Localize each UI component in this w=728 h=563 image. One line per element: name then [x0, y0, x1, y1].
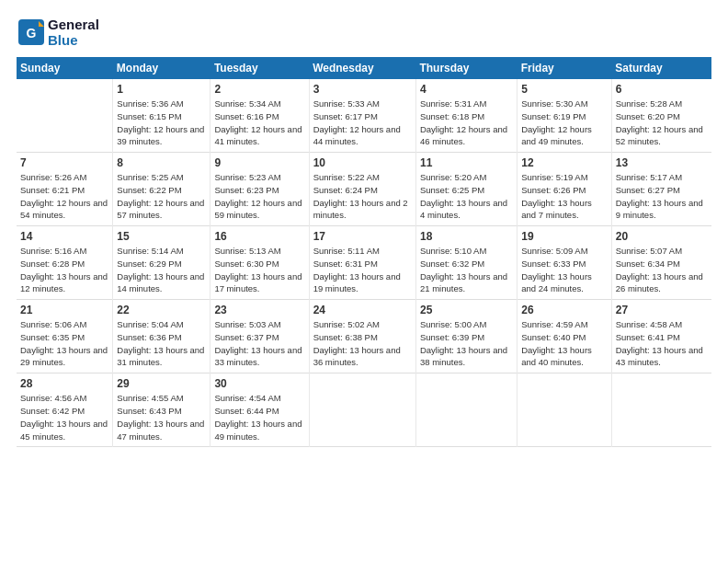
weekday-header: Thursday	[415, 57, 517, 79]
weekday-header: Tuesday	[210, 57, 309, 79]
weekday-header: Saturday	[611, 57, 711, 79]
day-number: 12	[521, 156, 607, 169]
day-cell: 10Sunrise: 5:22 AMSunset: 6:24 PMDayligh…	[309, 153, 415, 226]
day-cell: 6Sunrise: 5:28 AMSunset: 6:20 PMDaylight…	[611, 79, 711, 153]
day-cell: 17Sunrise: 5:11 AMSunset: 6:31 PMDayligh…	[309, 226, 415, 300]
day-number: 20	[616, 230, 708, 243]
day-number: 7	[20, 156, 108, 169]
day-number: 27	[616, 304, 708, 316]
day-info: Sunrise: 5:23 AMSunset: 6:23 PMDaylight:…	[214, 171, 304, 222]
day-cell: 22Sunrise: 5:04 AMSunset: 6:36 PMDayligh…	[113, 300, 210, 373]
day-cell: 2Sunrise: 5:34 AMSunset: 6:16 PMDaylight…	[210, 79, 309, 153]
day-info: Sunrise: 5:25 AMSunset: 6:22 PMDaylight:…	[117, 171, 206, 222]
day-number: 28	[20, 377, 108, 390]
day-number: 21	[20, 304, 108, 316]
day-info: Sunrise: 5:19 AMSunset: 6:26 PMDaylight:…	[521, 171, 607, 222]
logo: G General Blue	[17, 17, 99, 48]
day-cell	[17, 79, 113, 153]
day-cell: 1Sunrise: 5:36 AMSunset: 6:15 PMDaylight…	[113, 79, 210, 153]
day-cell: 23Sunrise: 5:03 AMSunset: 6:37 PMDayligh…	[210, 300, 309, 373]
day-cell: 26Sunrise: 4:59 AMSunset: 6:40 PMDayligh…	[518, 300, 611, 373]
header: G General Blue	[17, 17, 711, 48]
day-info: Sunrise: 5:30 AMSunset: 6:19 PMDaylight:…	[521, 98, 607, 148]
day-cell: 7Sunrise: 5:26 AMSunset: 6:21 PMDaylight…	[17, 153, 113, 226]
day-info: Sunrise: 5:06 AMSunset: 6:35 PMDaylight:…	[20, 318, 108, 369]
day-number: 4	[420, 83, 513, 96]
day-cell: 29Sunrise: 4:55 AMSunset: 6:43 PMDayligh…	[113, 373, 210, 447]
page: G General Blue SundayMondayTuesdayWednes…	[0, 0, 728, 563]
day-info: Sunrise: 5:17 AMSunset: 6:27 PMDaylight:…	[616, 171, 708, 222]
day-number: 19	[521, 230, 607, 243]
day-number: 22	[117, 304, 206, 316]
day-cell: 9Sunrise: 5:23 AMSunset: 6:23 PMDaylight…	[210, 153, 309, 226]
day-cell: 8Sunrise: 5:25 AMSunset: 6:22 PMDaylight…	[113, 153, 210, 226]
day-cell: 18Sunrise: 5:10 AMSunset: 6:32 PMDayligh…	[415, 226, 517, 300]
day-info: Sunrise: 5:33 AMSunset: 6:17 PMDaylight:…	[313, 98, 412, 148]
day-cell: 14Sunrise: 5:16 AMSunset: 6:28 PMDayligh…	[17, 226, 113, 300]
day-info: Sunrise: 4:55 AMSunset: 6:43 PMDaylight:…	[117, 392, 206, 442]
weekday-header: Monday	[113, 57, 210, 79]
day-info: Sunrise: 5:31 AMSunset: 6:18 PMDaylight:…	[420, 98, 513, 148]
day-cell: 13Sunrise: 5:17 AMSunset: 6:27 PMDayligh…	[611, 153, 711, 226]
day-number: 24	[313, 304, 412, 316]
day-number: 3	[313, 83, 412, 96]
day-cell: 19Sunrise: 5:09 AMSunset: 6:33 PMDayligh…	[518, 226, 611, 300]
day-number: 30	[214, 377, 304, 390]
week-row: 28Sunrise: 4:56 AMSunset: 6:42 PMDayligh…	[17, 373, 711, 447]
day-cell: 16Sunrise: 5:13 AMSunset: 6:30 PMDayligh…	[210, 226, 309, 300]
weekday-header: Sunday	[17, 57, 113, 79]
day-info: Sunrise: 5:04 AMSunset: 6:36 PMDaylight:…	[117, 318, 206, 369]
day-info: Sunrise: 4:59 AMSunset: 6:40 PMDaylight:…	[521, 318, 607, 369]
day-number: 11	[420, 156, 513, 169]
day-cell: 3Sunrise: 5:33 AMSunset: 6:17 PMDaylight…	[309, 79, 415, 153]
day-number: 10	[313, 156, 412, 169]
day-cell	[415, 373, 517, 447]
week-row: 14Sunrise: 5:16 AMSunset: 6:28 PMDayligh…	[17, 226, 711, 300]
day-info: Sunrise: 5:03 AMSunset: 6:37 PMDaylight:…	[214, 318, 304, 369]
week-row: 7Sunrise: 5:26 AMSunset: 6:21 PMDaylight…	[17, 153, 711, 226]
logo-blue: Blue	[48, 32, 99, 48]
day-cell: 30Sunrise: 4:54 AMSunset: 6:44 PMDayligh…	[210, 373, 309, 447]
day-number: 2	[214, 83, 304, 96]
calendar-body: 1Sunrise: 5:36 AMSunset: 6:15 PMDaylight…	[17, 79, 711, 447]
day-cell: 28Sunrise: 4:56 AMSunset: 6:42 PMDayligh…	[17, 373, 113, 447]
day-cell: 25Sunrise: 5:00 AMSunset: 6:39 PMDayligh…	[415, 300, 517, 373]
day-number: 18	[420, 230, 513, 243]
day-info: Sunrise: 5:16 AMSunset: 6:28 PMDaylight:…	[20, 245, 108, 295]
day-number: 6	[616, 83, 708, 96]
week-row: 1Sunrise: 5:36 AMSunset: 6:15 PMDaylight…	[17, 79, 711, 153]
day-info: Sunrise: 5:20 AMSunset: 6:25 PMDaylight:…	[420, 171, 513, 222]
day-cell: 12Sunrise: 5:19 AMSunset: 6:26 PMDayligh…	[518, 153, 611, 226]
day-number: 9	[214, 156, 304, 169]
day-number: 26	[521, 304, 607, 316]
day-info: Sunrise: 5:07 AMSunset: 6:34 PMDaylight:…	[616, 245, 708, 295]
day-cell: 20Sunrise: 5:07 AMSunset: 6:34 PMDayligh…	[611, 226, 711, 300]
day-number: 29	[117, 377, 206, 390]
day-cell: 5Sunrise: 5:30 AMSunset: 6:19 PMDaylight…	[518, 79, 611, 153]
svg-text:G: G	[27, 26, 37, 40]
weekday-header: Wednesday	[309, 57, 415, 79]
day-cell: 21Sunrise: 5:06 AMSunset: 6:35 PMDayligh…	[17, 300, 113, 373]
day-number: 1	[117, 83, 206, 96]
day-info: Sunrise: 4:54 AMSunset: 6:44 PMDaylight:…	[214, 392, 304, 442]
day-info: Sunrise: 5:00 AMSunset: 6:39 PMDaylight:…	[420, 318, 513, 369]
day-info: Sunrise: 5:10 AMSunset: 6:32 PMDaylight:…	[420, 245, 513, 295]
day-info: Sunrise: 5:36 AMSunset: 6:15 PMDaylight:…	[117, 98, 206, 148]
day-info: Sunrise: 4:56 AMSunset: 6:42 PMDaylight:…	[20, 392, 108, 442]
calendar-table: SundayMondayTuesdayWednesdayThursdayFrid…	[17, 57, 711, 447]
day-info: Sunrise: 5:14 AMSunset: 6:29 PMDaylight:…	[117, 245, 206, 295]
day-info: Sunrise: 5:22 AMSunset: 6:24 PMDaylight:…	[313, 171, 412, 222]
day-info: Sunrise: 5:34 AMSunset: 6:16 PMDaylight:…	[214, 98, 304, 148]
day-cell: 4Sunrise: 5:31 AMSunset: 6:18 PMDaylight…	[415, 79, 517, 153]
calendar-header: SundayMondayTuesdayWednesdayThursdayFrid…	[17, 57, 711, 79]
day-number: 23	[214, 304, 304, 316]
day-number: 13	[616, 156, 708, 169]
day-number: 5	[521, 83, 607, 96]
day-cell: 15Sunrise: 5:14 AMSunset: 6:29 PMDayligh…	[113, 226, 210, 300]
day-number: 14	[20, 230, 108, 243]
day-info: Sunrise: 5:28 AMSunset: 6:20 PMDaylight:…	[616, 98, 708, 148]
day-info: Sunrise: 5:02 AMSunset: 6:38 PMDaylight:…	[313, 318, 412, 369]
day-number: 25	[420, 304, 513, 316]
day-cell: 27Sunrise: 4:58 AMSunset: 6:41 PMDayligh…	[611, 300, 711, 373]
logo-icon: G	[17, 17, 46, 47]
